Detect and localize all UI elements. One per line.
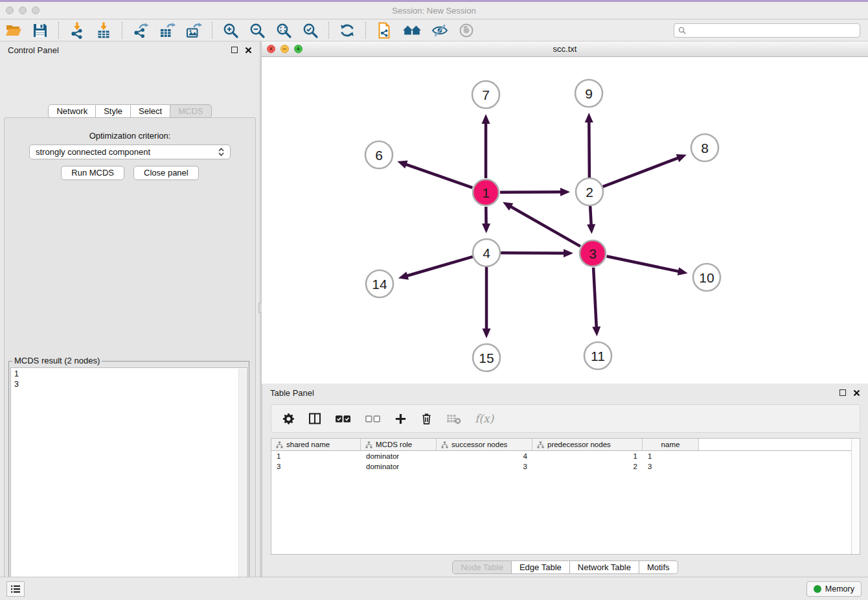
open-file-icon[interactable] [5, 22, 22, 39]
graph-edge-arrowhead [560, 188, 570, 196]
control-panel-tabs: Network Style Select MCDS [0, 104, 260, 118]
network-window-titlebar[interactable]: × − + scc.txt [262, 41, 868, 57]
import-network-icon[interactable] [69, 22, 86, 39]
table-scrollbar[interactable] [851, 439, 860, 554]
run-mcds-button[interactable]: Run MCDS [61, 166, 124, 180]
column-header-shared-name[interactable]: shared name [271, 439, 361, 450]
network-canvas[interactable]: 7968124314101511 [262, 57, 868, 384]
first-neighbors-icon[interactable] [402, 22, 422, 39]
table-cell[interactable]: 3 [271, 461, 361, 472]
graph-edge-arrowhead [585, 113, 593, 122]
toolbar-separator [122, 22, 122, 39]
column-header-successor-nodes[interactable]: successor nodes [437, 439, 532, 450]
memory-button[interactable]: Memory [806, 581, 862, 597]
refresh-layout-icon[interactable] [339, 22, 356, 39]
table-panel-tabs: Node Table Edge Table Network Table Moti… [262, 560, 868, 574]
task-history-button[interactable] [6, 581, 25, 597]
graph-edge-4-3[interactable] [501, 253, 565, 253]
zoom-fit-icon[interactable] [275, 22, 292, 39]
zoom-in-icon[interactable] [222, 22, 239, 39]
column-header-label: predecessor nodes [547, 441, 611, 448]
tab-network[interactable]: Network [48, 104, 96, 118]
table-cell[interactable]: 4 [437, 451, 532, 461]
tab-select[interactable]: Select [131, 104, 170, 118]
graph-edge-2-9[interactable] [589, 121, 589, 178]
graph-edge-1-2[interactable] [500, 192, 562, 192]
table-row[interactable]: 1dominator411 [271, 451, 860, 461]
table-cell[interactable]: 1 [643, 451, 699, 461]
tab-network-table[interactable]: Network Table [570, 560, 639, 574]
shared-column-icon [537, 441, 544, 448]
column-header-label: successor nodes [451, 441, 507, 448]
table-row[interactable]: 3dominator323 [271, 461, 860, 472]
export-network-icon[interactable] [132, 22, 149, 39]
float-panel-icon[interactable] [231, 47, 238, 53]
float-table-panel-icon[interactable] [839, 389, 846, 396]
tab-mcds[interactable]: MCDS [170, 104, 211, 118]
export-image-icon[interactable] [185, 22, 202, 39]
zoom-out-icon[interactable] [249, 22, 266, 39]
duplicate-network-icon[interactable] [376, 22, 393, 39]
table-cell[interactable]: 1 [532, 451, 643, 461]
tab-style[interactable]: Style [96, 104, 131, 118]
search-field[interactable] [674, 23, 860, 38]
export-table-icon[interactable] [159, 22, 176, 39]
graph-node-label: 8 [701, 141, 709, 156]
column-header-name[interactable]: name [643, 439, 699, 450]
table-cell[interactable]: dominator [361, 461, 437, 472]
unselect-all-columns-icon[interactable] [365, 414, 381, 424]
column-header-label: shared name [286, 441, 330, 448]
show-all-icon[interactable] [458, 22, 475, 39]
criterion-dropdown[interactable]: strongly connected component [29, 144, 231, 159]
table-cell[interactable]: 3 [437, 461, 532, 472]
delete-column-icon[interactable] [420, 412, 433, 425]
function-builder-icon[interactable]: f(x) [475, 412, 494, 425]
import-table-icon[interactable] [95, 22, 112, 39]
column-header-predecessor-nodes[interactable]: predecessor nodes [532, 439, 643, 450]
column-header-label: name [661, 441, 680, 448]
column-header-mcds-role[interactable]: MCDS role [361, 439, 437, 450]
delete-table-icon[interactable] [446, 413, 461, 424]
mcds-result-list[interactable]: 1 3 [10, 367, 247, 600]
mcds-result-title: MCDS result (2 nodes) [12, 356, 102, 365]
graph-edge-2-3[interactable] [590, 206, 591, 225]
gear-icon[interactable] [282, 413, 295, 425]
graph-edge-arrowhead [678, 267, 688, 275]
result-scrollbar[interactable] [238, 369, 246, 600]
tab-node-table[interactable]: Node Table [452, 560, 512, 574]
split-panel-icon[interactable] [308, 412, 321, 425]
graph-edge-2-8[interactable] [603, 157, 679, 187]
list-icon [10, 584, 21, 594]
close-panel-button[interactable]: Close panel [133, 166, 199, 180]
node-table: shared nameMCDS rolesuccessor nodesprede… [271, 438, 860, 555]
search-input[interactable] [689, 26, 856, 35]
tab-edge-table[interactable]: Edge Table [512, 560, 570, 574]
graph-edge-1-6[interactable] [405, 164, 473, 187]
table-panel: Table Panel f(x) shared nameMCDS r [262, 384, 868, 577]
zoom-selected-icon[interactable] [302, 22, 319, 39]
graph-edge-4-14[interactable] [406, 257, 473, 276]
select-all-columns-icon[interactable] [335, 414, 351, 424]
close-table-panel-icon[interactable] [853, 389, 860, 397]
control-panel-title: Control Panel [8, 45, 59, 55]
table-cell[interactable]: dominator [361, 451, 437, 461]
mcds-result-group: MCDS result (2 nodes) 1 3 [8, 361, 249, 600]
table-cell[interactable]: 1 [271, 451, 361, 461]
graph-edge-arrowhead [592, 327, 600, 336]
table-cell[interactable]: 2 [532, 461, 643, 472]
network-view-window: × − + scc.txt 7968124314101511 [262, 41, 868, 384]
add-column-icon[interactable] [394, 413, 407, 425]
table-cell[interactable]: 3 [643, 461, 699, 472]
graph-edge-3-10[interactable] [607, 257, 680, 272]
graph-node-label: 3 [589, 246, 597, 261]
graph-edge-arrowhead [397, 161, 407, 168]
close-panel-icon[interactable] [245, 47, 252, 54]
tab-motifs[interactable]: Motifs [639, 560, 678, 574]
graph-edge-arrowhead [482, 114, 490, 124]
toolbar-separator [328, 22, 329, 39]
graph-edge-3-1[interactable] [510, 206, 580, 246]
graph-edge-3-11[interactable] [593, 268, 597, 328]
graph-node-label: 9 [585, 86, 593, 101]
save-session-icon[interactable] [32, 22, 49, 39]
hide-selected-icon[interactable] [431, 22, 448, 39]
